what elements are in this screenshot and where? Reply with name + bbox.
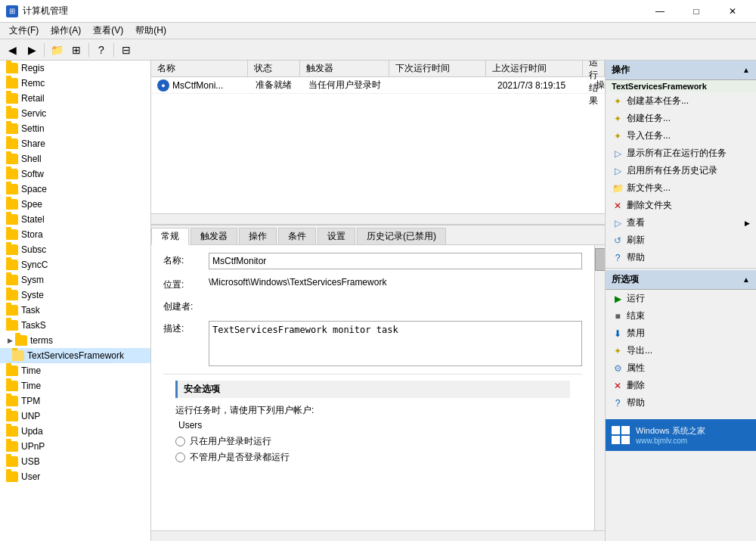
sidebar-item-20[interactable]: Time: [0, 363, 150, 378]
sidebar-item-1[interactable]: Remc: [0, 76, 150, 91]
folder-icon: [6, 320, 18, 331]
menu-item-1[interactable]: 操作(A): [45, 23, 87, 39]
task-status-cell: 准备就绪: [249, 77, 302, 93]
sidebar-item-8[interactable]: Space: [0, 182, 150, 197]
tab-conditions[interactable]: 条件: [278, 228, 316, 244]
task-last-run-cell: 2021/7/3 8:19:15: [491, 79, 590, 92]
col-name[interactable]: 名称: [151, 61, 248, 76]
tab-settings[interactable]: 设置: [318, 228, 355, 244]
right-action-create-basic[interactable]: ✦ 创建基本任务...: [606, 92, 756, 110]
sidebar-item-19[interactable]: TextServicesFrameworkTextServicesFramewo…: [0, 348, 150, 363]
right-action-help-2[interactable]: ? 帮助: [606, 394, 756, 412]
sidebar-item-label: Servic: [21, 108, 46, 119]
right-action-export[interactable]: ✦ 导出...: [606, 342, 756, 359]
right-action-refresh[interactable]: ↺ 刷新: [606, 232, 756, 249]
right-action-properties[interactable]: ⚙ 属性: [606, 359, 756, 377]
sidebar-item-25[interactable]: UPnP: [0, 439, 150, 454]
right-action-view[interactable]: ▷ 查看: [606, 214, 756, 232]
minimize-button[interactable]: —: [643, 0, 677, 23]
tab-general[interactable]: 常规: [151, 228, 189, 245]
sidebar-item-21[interactable]: Time: [0, 378, 150, 393]
right-action-delete[interactable]: ✕ 删除: [606, 377, 756, 394]
right-action-disable[interactable]: ⬇ 禁用: [606, 325, 756, 342]
right-action-new-folder[interactable]: 📁 新文件夹...: [606, 179, 756, 197]
right-action-end[interactable]: ■ 结束: [606, 307, 756, 325]
folder-icon: [6, 154, 18, 164]
sidebar-item-23[interactable]: UNP: [0, 409, 150, 424]
maximize-button[interactable]: □: [679, 0, 714, 23]
sidebar-item-13[interactable]: SyncC: [0, 257, 150, 272]
col-trigger[interactable]: 触发器: [300, 61, 389, 76]
back-button[interactable]: ◀: [3, 42, 21, 58]
sidebar-item-7[interactable]: Softw: [0, 166, 150, 182]
right-section-collapse-1[interactable]: ▲: [742, 66, 750, 74]
menu-item-3[interactable]: 帮助(H): [129, 23, 172, 39]
col-last-result[interactable]: 上次运行结果: [583, 61, 605, 76]
sidebar-item-11[interactable]: Stora: [0, 227, 150, 242]
branding-area: Windows 系统之家 www.bjmlv.com: [606, 419, 756, 451]
close-button[interactable]: ✕: [715, 0, 750, 23]
sidebar-item-27[interactable]: User: [0, 469, 150, 484]
sidebar-item-0[interactable]: Regis: [0, 61, 150, 76]
sidebar-item-24[interactable]: Upda: [0, 424, 150, 439]
forward-button[interactable]: ▶: [23, 42, 41, 58]
radio-login[interactable]: [175, 437, 185, 446]
sidebar-item-26[interactable]: USB: [0, 454, 150, 469]
tab-actions[interactable]: 操作: [239, 228, 277, 244]
right-action-delete-folder[interactable]: ✕ 删除文件夹: [606, 197, 756, 214]
name-input[interactable]: [209, 253, 582, 269]
col-next-run[interactable]: 下次运行时间: [389, 61, 486, 76]
sidebar-item-12[interactable]: Subsc: [0, 242, 150, 257]
sidebar-item-label: Shell: [21, 154, 42, 164]
task-list-hscroll[interactable]: [151, 213, 605, 224]
radio-always[interactable]: [175, 452, 185, 462]
right-action-run[interactable]: ▶ 运行: [606, 290, 756, 307]
sidebar-item-label: Space: [21, 184, 47, 194]
title-bar-left: ⊞ 计算机管理: [6, 5, 68, 17]
sidebar-item-3[interactable]: Servic: [0, 106, 150, 121]
grid-button[interactable]: ⊞: [67, 42, 85, 58]
folder-button[interactable]: 📁: [48, 42, 66, 58]
help-toolbar-button[interactable]: ?: [92, 42, 110, 58]
tab-history[interactable]: 历史记录(已禁用): [357, 228, 446, 244]
right-action-create-task[interactable]: ✦ 创建任务...: [606, 110, 756, 127]
tab-triggers[interactable]: 触发器: [191, 228, 237, 244]
windows-logo: [612, 426, 630, 444]
minus-button[interactable]: ⊟: [117, 42, 135, 58]
sidebar-item-10[interactable]: Statel: [0, 212, 150, 227]
sidebar-item-label: Syste: [21, 290, 44, 300]
detail-hscroll[interactable]: [151, 530, 605, 541]
sidebar-item-16[interactable]: Task: [0, 303, 150, 318]
vscroll-thumb[interactable]: [595, 248, 605, 271]
right-action-show-running[interactable]: ▷ 显示所有正在运行的任务: [606, 145, 756, 162]
sidebar-item-label: Subsc: [21, 244, 46, 255]
detail-vscroll[interactable]: [594, 245, 605, 530]
sidebar-item-15[interactable]: Syste: [0, 288, 150, 303]
sidebar-item-6[interactable]: Shell: [0, 151, 150, 166]
right-section-collapse-2[interactable]: ▲: [742, 275, 750, 284]
sidebar-item-label: User: [21, 471, 40, 482]
col-last-run[interactable]: 上次运行时间: [486, 61, 583, 76]
right-action-help-1[interactable]: ? 帮助: [606, 249, 756, 266]
sidebar-item-label: SyncC: [21, 260, 48, 270]
right-action-import[interactable]: ✦ 导入任务...: [606, 127, 756, 145]
sidebar-item-4[interactable]: Settin: [0, 121, 150, 136]
desc-label: 描述:: [163, 321, 209, 335]
table-row[interactable]: ● MsCtfMoni... 准备就绪 当任何用户登录时 2021/7/3 8:…: [151, 77, 605, 94]
sidebar-item-5[interactable]: Share: [0, 136, 150, 151]
sidebar-item-17[interactable]: TaskS: [0, 318, 150, 333]
right-section-selected-title: 所选项 ▲: [606, 270, 756, 290]
sidebar-item-label: Stora: [21, 229, 43, 240]
sidebar-item-18[interactable]: ▶terms: [0, 333, 150, 348]
menu-item-0[interactable]: 文件(F): [3, 23, 45, 39]
window-title: 计算机管理: [23, 5, 68, 17]
sidebar-item-label: TaskS: [21, 320, 46, 331]
menu-item-2[interactable]: 查看(V): [87, 23, 129, 39]
right-action-enable-history[interactable]: ▷ 启用所有任务历史记录: [606, 162, 756, 179]
sidebar-item-9[interactable]: Spee: [0, 197, 150, 212]
desc-textarea[interactable]: [209, 321, 582, 366]
col-status[interactable]: 状态: [248, 61, 300, 76]
sidebar-item-2[interactable]: Retail: [0, 91, 150, 106]
sidebar-item-22[interactable]: TPM: [0, 393, 150, 409]
sidebar-item-14[interactable]: Sysm: [0, 272, 150, 288]
